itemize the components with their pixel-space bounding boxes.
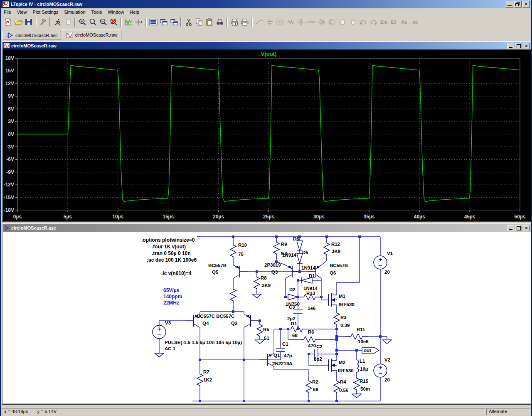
spice-directives[interactable]: .options plotwinsize=0.four 1K v(out).tr…	[141, 237, 197, 276]
zoom-in-icon	[78, 18, 87, 26]
svg-text:.four 1K v(out): .four 1K v(out)	[152, 244, 186, 250]
open-button[interactable]	[13, 17, 23, 27]
svg-text:R7: R7	[203, 369, 209, 374]
wave-minimize-button[interactable]	[507, 43, 514, 49]
close-button[interactable]: ×	[522, 1, 530, 7]
plot-settings-button[interactable]	[133, 17, 144, 27]
svg-text:2N2219A: 2N2219A	[272, 361, 293, 366]
svg-text:R3: R3	[340, 315, 347, 320]
autorange-y-axis-button[interactable]	[123, 17, 133, 27]
waveform-window-titlebar[interactable]: circloMOScascR.raw ×	[2, 42, 531, 50]
diode-icon	[317, 18, 326, 26]
zoom-in-button[interactable]	[77, 17, 88, 27]
svg-text:45µs: 45µs	[464, 214, 475, 220]
zoom-full-extents-button[interactable]	[108, 17, 119, 27]
svg-text:-18V: -18V	[4, 207, 14, 213]
toolbar-group-4	[123, 17, 144, 27]
resistor-icon	[286, 18, 295, 26]
schematic-window-titlebar[interactable]: circloMOScascR.asc ×	[2, 224, 531, 232]
app-titlebar[interactable]: LTspice IV - circloMOScascR.raw ×	[1, 0, 531, 8]
control-panel-button[interactable]	[38, 17, 48, 27]
menu-item-plot-settings[interactable]: Plot Settings	[30, 9, 61, 15]
menu-item-file[interactable]: File	[1, 9, 14, 15]
svg-text:.ic v(n010)=4: .ic v(n010)=4	[161, 270, 192, 276]
print-preview-button[interactable]	[229, 17, 239, 27]
svg-text:M1: M1	[339, 294, 346, 299]
cascade-windows-button[interactable]	[158, 17, 169, 27]
tab-label: circloMOScascR.raw	[75, 32, 117, 37]
paste-button[interactable]	[204, 17, 214, 27]
wave-maximize-button[interactable]	[515, 43, 522, 49]
minimize-button[interactable]	[506, 1, 513, 7]
schematic-drawing[interactable]: .options plotwinsize=0.four 1K v(out).tr…	[3, 232, 532, 404]
tile-windows-button[interactable]	[148, 17, 158, 27]
tab-raw[interactable]: circloMOScascR.raw	[62, 30, 121, 40]
copy-button[interactable]	[194, 17, 204, 27]
asc-maximize-button[interactable]	[515, 225, 522, 231]
svg-text:50µs: 50µs	[515, 214, 526, 220]
svg-text:8p2: 8p2	[314, 357, 322, 362]
waveform-plot-area[interactable]: 18V15V12V9V6V3V0V-3V-6V-9V-12V-15V-18V0µ…	[2, 50, 531, 221]
svg-text:3K9: 3K9	[262, 283, 271, 288]
halt-button	[63, 17, 73, 27]
svg-text:6V: 6V	[8, 106, 14, 112]
svg-text:R1: R1	[291, 321, 297, 326]
zoom-out-icon	[99, 18, 108, 26]
svg-text:25µs: 25µs	[263, 214, 274, 220]
svg-text:35µs: 35µs	[364, 214, 375, 220]
rotate-icon: E3	[390, 18, 399, 26]
new-schematic-button[interactable]	[2, 17, 13, 27]
plot-ticks	[15, 58, 520, 212]
inductor-button	[306, 17, 316, 27]
toolbar-separator	[180, 17, 182, 27]
solver-mode-label: Alternate	[489, 409, 507, 414]
svg-text:R12: R12	[331, 242, 340, 247]
trace-legend-vout[interactable]: V(out)	[261, 51, 277, 57]
svg-text:D5: D5	[302, 250, 308, 255]
svg-text:V3: V3	[165, 320, 171, 325]
label-button	[275, 17, 285, 27]
arrange-windows-button[interactable]	[169, 17, 179, 27]
waveform-plot[interactable]: 18V15V12V9V6V3V0V-3V-6V-9V-12V-15V-18V0µ…	[2, 50, 531, 221]
save-button[interactable]	[23, 17, 34, 27]
cascade-windows-icon	[159, 18, 168, 26]
svg-text:out: out	[364, 348, 371, 353]
svg-text:D6: D6	[293, 236, 299, 241]
zoom-area-icon	[89, 18, 98, 26]
component-labels[interactable]: R1075BC557BQ52P3019Q3R83K9R99.1D61N914D5…	[165, 236, 393, 393]
plot-grid	[17, 58, 520, 210]
menu-item-simulation[interactable]: Simulation	[61, 9, 88, 15]
svg-text:R11: R11	[357, 327, 365, 332]
tab-asc[interactable]: circloMOScascR.asc	[2, 31, 61, 40]
svg-text:E3: E3	[391, 20, 396, 25]
asc-minimize-button[interactable]	[507, 225, 514, 231]
cut-button[interactable]	[183, 17, 194, 27]
asc-close-button[interactable]: ×	[523, 225, 530, 231]
restore-button[interactable]	[514, 1, 522, 7]
print-button[interactable]	[239, 17, 250, 27]
run-button[interactable]	[52, 17, 63, 27]
svg-text:Aa: Aa	[401, 20, 407, 25]
menu-item-view[interactable]: View	[14, 9, 30, 15]
zoom-out-button[interactable]	[98, 17, 108, 27]
toolbar-separator	[35, 17, 37, 27]
toolbar-group-7	[229, 17, 250, 27]
zoom-area-button[interactable]	[88, 17, 98, 27]
label-icon	[276, 18, 285, 26]
menu-item-tools[interactable]: Tools	[89, 9, 105, 15]
wire-button	[254, 17, 264, 27]
schematic-canvas[interactable]: .options plotwinsize=0.four 1K v(out).tr…	[2, 232, 531, 404]
svg-text:10µ: 10µ	[360, 366, 368, 371]
svg-text:140ppm: 140ppm	[163, 294, 182, 300]
tab-label: circloMOScascR.asc	[15, 33, 57, 38]
menu-item-help[interactable]: Help	[127, 9, 142, 15]
svg-text:5µs: 5µs	[64, 214, 72, 220]
svg-text:R2: R2	[312, 379, 318, 384]
svg-text:0.39: 0.39	[340, 323, 350, 328]
wave-close-button[interactable]: ×	[523, 43, 530, 49]
schematic-annotations[interactable]: 65V/µs140ppm22MHz	[163, 287, 182, 306]
find-button[interactable]	[214, 17, 225, 27]
menu-item-window[interactable]: Window	[105, 9, 127, 15]
toolbar-separator	[49, 17, 51, 27]
toolbar-group-3	[77, 17, 119, 27]
